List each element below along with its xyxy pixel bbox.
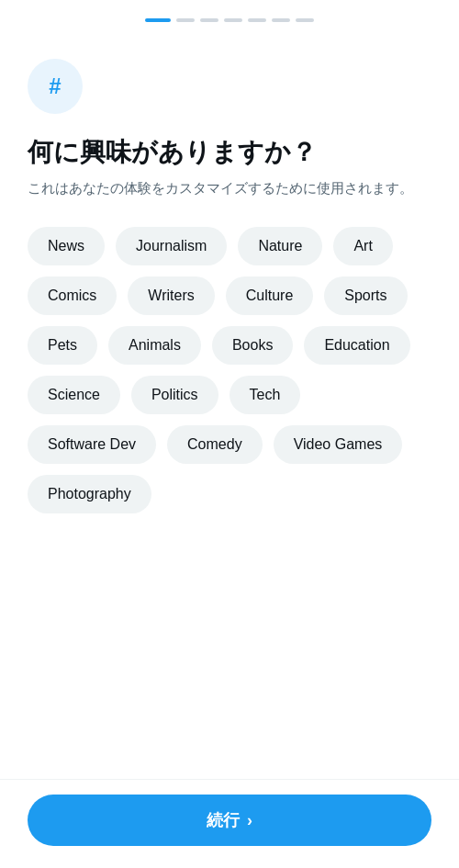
tag-comics[interactable]: Comics	[28, 276, 117, 315]
tag-tech[interactable]: Tech	[230, 376, 301, 414]
tag-writers[interactable]: Writers	[128, 276, 214, 315]
tag-photography[interactable]: Photography	[28, 475, 151, 513]
progress-dot-6	[272, 18, 290, 22]
tag-books[interactable]: Books	[212, 326, 293, 365]
hashtag-icon: #	[49, 73, 61, 99]
tag-animals[interactable]: Animals	[108, 326, 201, 365]
continue-button[interactable]: 続行 ›	[28, 795, 431, 846]
tag-news[interactable]: News	[28, 227, 105, 265]
tag-software-dev[interactable]: Software Dev	[28, 425, 156, 464]
page-subtitle: これはあなたの体験をカスタマイズするために使用されます。	[28, 178, 431, 199]
progress-bar	[0, 0, 459, 31]
tag-comedy[interactable]: Comedy	[167, 425, 263, 464]
tag-science[interactable]: Science	[28, 376, 120, 414]
progress-dot-2	[176, 18, 195, 22]
tag-nature[interactable]: Nature	[238, 227, 322, 265]
tag-politics[interactable]: Politics	[131, 376, 218, 414]
tag-culture[interactable]: Culture	[226, 276, 314, 315]
progress-dot-5	[248, 18, 266, 22]
tag-art[interactable]: Art	[333, 227, 392, 265]
progress-dot-4	[224, 18, 242, 22]
tags-container: NewsJournalismNatureArtComicsWritersCult…	[28, 227, 431, 513]
progress-dot-7	[296, 18, 314, 22]
tag-education[interactable]: Education	[304, 326, 409, 365]
tag-pets[interactable]: Pets	[28, 326, 97, 365]
chevron-right-icon: ›	[247, 811, 252, 830]
progress-dot-3	[200, 18, 218, 22]
progress-dot-1	[145, 18, 171, 22]
bottom-bar: 続行 ›	[0, 779, 459, 868]
page-title: 何に興味がありますか？	[28, 136, 431, 169]
tag-video-games[interactable]: Video Games	[274, 425, 403, 464]
tag-journalism[interactable]: Journalism	[116, 227, 227, 265]
hashtag-icon-circle: #	[28, 59, 83, 114]
continue-label: 続行	[207, 809, 240, 831]
tag-sports[interactable]: Sports	[324, 276, 407, 315]
